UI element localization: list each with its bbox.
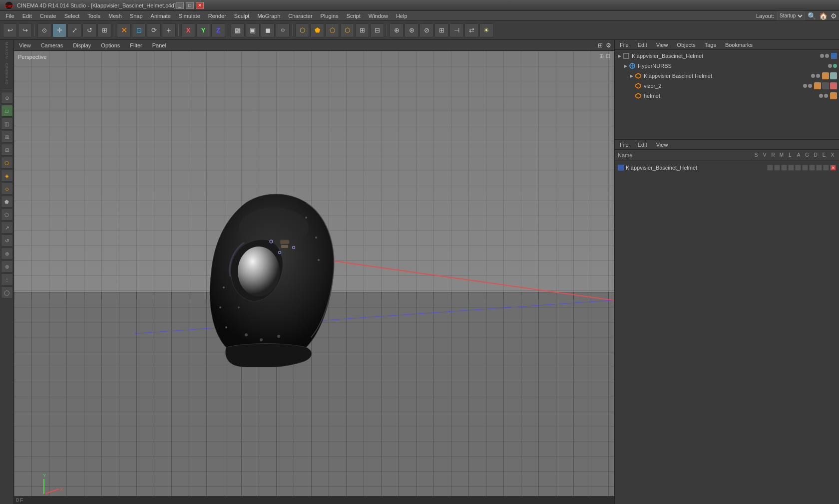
poly-mode-btn[interactable]: ⬡ [340,23,354,37]
render-settings-button[interactable]: ⚙ [276,23,290,37]
layout-select[interactable]: Startup [777,11,805,20]
viewport-tool-15[interactable]: ⋮ [1,273,13,285]
redo-button[interactable]: ↪ [18,23,32,37]
viewport-icon-2[interactable]: ⊡ [606,53,610,59]
minimize-button[interactable]: _ [176,2,184,9]
point-mode-btn[interactable]: ⬟ [310,23,324,37]
maximize-button[interactable]: □ [186,2,194,9]
attr-btn-l[interactable] [795,165,801,171]
viewport-menu-view[interactable]: View [17,41,33,49]
viewport-menu-options[interactable]: Options [99,41,122,49]
menu-window[interactable]: Window [365,12,392,20]
viewport-tool-3[interactable]: ◫ [1,118,13,130]
viewport-tool-16[interactable]: ◯ [1,286,13,298]
menu-tools[interactable]: Tools [84,12,104,20]
obj-menu-tags[interactable]: Tags [703,41,718,48]
live-select-button[interactable]: ⊙ [37,23,51,37]
snap2-btn[interactable]: ⊛ [405,23,419,37]
menu-animate[interactable]: Animate [147,12,174,20]
menu-snap[interactable]: Snap [126,12,146,20]
viewport-tool-12[interactable]: ↺ [1,235,13,247]
attr-menu-file[interactable]: File [618,141,631,148]
obj-arrow-1[interactable]: ▶ [623,63,629,69]
menu-sculpt[interactable]: Sculpt [231,12,253,20]
obj-row-helmet[interactable]: ▶ Klappvisier Bascinet Helmet [615,71,839,81]
texture-mode-btn[interactable]: ⊞ [355,23,369,37]
menu-help[interactable]: Help [393,12,411,20]
light-btn[interactable]: ☀ [479,23,493,37]
viewport-icon-1[interactable]: ⊞ [599,53,604,59]
viewport-menu-filter[interactable]: Filter [128,41,144,49]
menu-mograph[interactable]: MoGraph [254,12,284,20]
viewport-tool-5[interactable]: ⊟ [1,144,13,156]
grid-btn[interactable]: ⊞ [434,23,448,37]
attr-btn-x[interactable]: ✕ [830,165,836,171]
obj-row-nurbs[interactable]: ▶ HyperNURBS [615,61,839,71]
viewport-menu-display[interactable]: Display [71,41,93,49]
undo-button[interactable]: ↩ [3,23,17,37]
attr-row-helmet[interactable]: Klappvisier_Bascinet_Helmet ✕ [617,163,837,173]
menu-render[interactable]: Render [205,12,230,20]
obj-menu-file[interactable]: File [618,41,631,48]
edge-mode-btn[interactable]: ⬠ [325,23,339,37]
obj-row-root[interactable]: ▶ Klappvisier_Bascinet_Helmet [615,51,839,61]
obj-row-vizor[interactable]: vizor_2 [615,81,839,91]
render-region-button[interactable]: ▩ [231,23,245,37]
x-axis-button[interactable]: X [181,23,195,37]
obj-row-helmet-sub[interactable]: helmet [615,91,839,101]
render-active-button[interactable]: ▣ [246,23,260,37]
move-button[interactable]: ✛ [52,23,66,37]
obj-menu-edit[interactable]: Edit [636,41,649,48]
search-icon[interactable]: 🔍 [808,12,816,20]
render-all-button[interactable]: ◼ [261,23,275,37]
menu-select[interactable]: Select [61,12,83,20]
object-mode-btn[interactable]: ⬡ [295,23,309,37]
settings-icon[interactable]: ⚙ [831,12,837,20]
attr-menu-view[interactable]: View [654,141,670,148]
object-mode-button[interactable]: ⊡ [132,23,146,37]
viewport-tool-4[interactable]: ⊞ [1,131,13,143]
obj-arrow-2[interactable]: ▶ [629,73,635,79]
menu-simulate[interactable]: Simulate [175,12,204,20]
viewport-canvas[interactable]: Perspective [14,51,614,504]
viewport-tool-6[interactable]: ⬡ [1,157,13,169]
viewport-tool-7[interactable]: ◈ [1,170,13,182]
attr-btn-r[interactable] [781,165,787,171]
obj-menu-view[interactable]: View [654,41,670,48]
attr-btn-v[interactable] [774,165,780,171]
viewport-menu-cameras[interactable]: Cameras [39,41,65,49]
viewport-tool-11[interactable]: ↗ [1,222,13,234]
sym-btn[interactable]: ⊣ [449,23,463,37]
scale-button[interactable]: ⤢ [67,23,81,37]
new-object-button[interactable]: ✕ [117,23,131,37]
obj-menu-objects[interactable]: Objects [675,41,697,48]
workplane-btn[interactable]: ⊟ [370,23,384,37]
menu-script[interactable]: Script [343,12,364,20]
viewport-tool-9[interactable]: ⬟ [1,196,13,208]
viewport-tool-2[interactable]: □ [1,105,13,117]
attr-btn-a[interactable] [802,165,808,171]
y-axis-button[interactable]: Y [196,23,210,37]
rotate-button[interactable]: ↺ [82,23,96,37]
obj-menu-bookmarks[interactable]: Bookmarks [723,41,755,48]
transfer-btn[interactable]: ⇄ [464,23,478,37]
menu-mesh[interactable]: Mesh [105,12,125,20]
attr-btn-s[interactable] [767,165,773,171]
command-input[interactable]: ⊞ [97,23,111,37]
snap3-btn[interactable]: ⊘ [420,23,433,37]
menu-character[interactable]: Character [285,12,316,20]
z-axis-button[interactable]: Z [211,23,225,37]
viewport-menu-panel[interactable]: Panel [150,41,168,49]
viewport-tool-10[interactable]: ⬠ [1,209,13,221]
obj-arrow-0[interactable]: ▶ [617,53,623,59]
refresh-button[interactable]: ⟳ [147,23,161,37]
viewport-tool-13[interactable]: ⊕ [1,248,13,259]
viewport-tool-14[interactable]: ⊛ [1,260,13,272]
viewport-settings-icon[interactable]: ⚙ [606,42,611,49]
menu-plugins[interactable]: Plugins [317,12,342,20]
menu-edit[interactable]: Edit [19,12,35,20]
add-button[interactable]: + [162,23,176,37]
viewport-tool-1[interactable]: ⊙ [1,92,13,104]
viewport-expand-icon[interactable]: ⊞ [598,42,603,49]
viewport-tool-8[interactable]: ◇ [1,183,13,195]
